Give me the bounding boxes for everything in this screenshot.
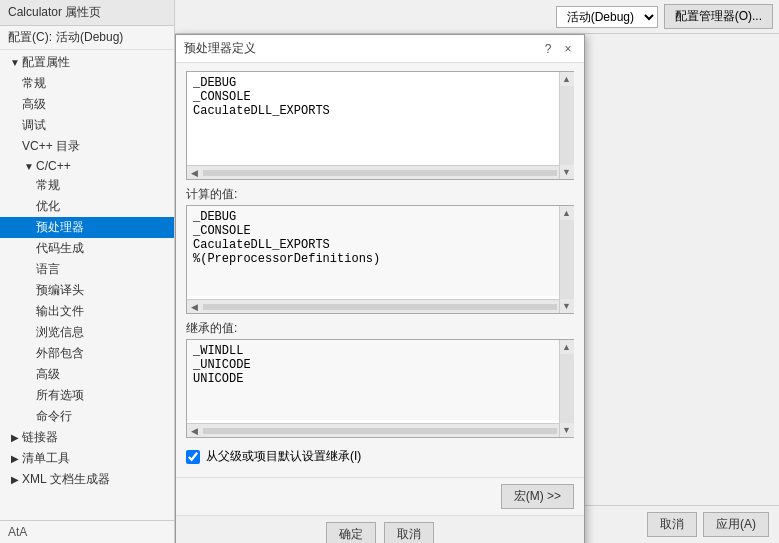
- right-panel: 活动(Debug) 配置管理器(O)... PreprocessorDefini…: [175, 0, 779, 543]
- config-label: 配置(C):: [8, 29, 52, 46]
- hscroll-track: [203, 170, 557, 176]
- inherit-checkbox[interactable]: [186, 450, 200, 464]
- tree-item-cpp-opt[interactable]: 优化: [0, 196, 174, 217]
- section3-textarea-container: _WINDLL _UNICODE UNICODE ▲ ▼ ◀ ▶: [186, 339, 574, 438]
- inherit-checkbox-row: 从父级或项目默认设置继承(I): [186, 444, 574, 469]
- outer-cancel-button[interactable]: 取消: [647, 512, 697, 537]
- s3-scroll-up[interactable]: ▲: [560, 340, 574, 354]
- expand-icon-cpp: ▼: [22, 161, 36, 172]
- s2-scroll-down[interactable]: ▼: [560, 299, 574, 313]
- section2: 计算的值: _DEBUG _CONSOLE CaculateDLL_EXPORT…: [186, 186, 574, 314]
- preprocessor-dialog: 预处理器定义 ? × _DEBUG _CONSOLE CaculateDLL_E…: [175, 34, 585, 543]
- config-bar: 活动(Debug) 配置管理器(O)...: [175, 0, 779, 34]
- tree-item-cpp-precomp[interactable]: 预编译头: [0, 280, 174, 301]
- tree-item-xml[interactable]: ▶ XML 文档生成器: [0, 469, 174, 490]
- tree-item-cpp-general[interactable]: 常规: [0, 175, 174, 196]
- s2-hscroll-left[interactable]: ◀: [187, 300, 201, 314]
- section1-textarea[interactable]: _DEBUG _CONSOLE CaculateDLL_EXPORTS: [187, 72, 573, 162]
- scroll-track: [560, 86, 574, 165]
- tree-item-linker[interactable]: ▶ 链接器: [0, 427, 174, 448]
- dialog-title: 预处理器定义: [184, 40, 256, 57]
- section3: 继承的值: _WINDLL _UNICODE UNICODE ▲ ▼ ◀ ▶: [186, 320, 574, 438]
- tree-item-cpp-cmdline[interactable]: 命令行: [0, 406, 174, 427]
- inherit-label: 从父级或项目默认设置继承(I): [206, 448, 361, 465]
- window-title: Calculator 属性页: [0, 0, 174, 26]
- macro-button[interactable]: 宏(M) >>: [501, 484, 574, 509]
- section1-hscrollbar[interactable]: ◀ ▶: [187, 165, 573, 179]
- tree-item-advanced[interactable]: 高级: [0, 94, 174, 115]
- tree-item-manifest[interactable]: ▶ 清单工具: [0, 448, 174, 469]
- left-panel: Calculator 属性页 配置(C): 活动(Debug) ▼ 配置属性 常…: [0, 0, 175, 543]
- property-tree: ▼ 配置属性 常规 高级 调试 VC++ 目录 ▼ C/C++ 常规 优化 预处…: [0, 50, 174, 520]
- expand-icon-linker: ▶: [8, 432, 22, 443]
- dialog-bottom-right: 宏(M) >>: [501, 484, 574, 509]
- scroll-down-arrow[interactable]: ▼: [560, 165, 574, 179]
- config-row: 配置(C): 活动(Debug): [0, 26, 174, 50]
- s3-scroll-down[interactable]: ▼: [560, 423, 574, 437]
- section3-label: 继承的值:: [186, 320, 574, 337]
- s3-hscroll-track: [203, 428, 557, 434]
- dialog-ok-button[interactable]: 确定: [326, 522, 376, 543]
- dialog-bottom: 宏(M) >>: [176, 477, 584, 515]
- expand-icon-manifest: ▶: [8, 453, 22, 464]
- section1-scrollbar[interactable]: ▲ ▼: [559, 72, 573, 179]
- hscroll-left[interactable]: ◀: [187, 166, 201, 180]
- tree-item-vc-dirs[interactable]: VC++ 目录: [0, 136, 174, 157]
- tree-item-cpp-browse[interactable]: 浏览信息: [0, 322, 174, 343]
- config-select[interactable]: 活动(Debug): [556, 6, 658, 28]
- dialog-ok-cancel: 确定 取消: [176, 515, 584, 543]
- section2-label: 计算的值:: [186, 186, 574, 203]
- tree-item-debug[interactable]: 调试: [0, 115, 174, 136]
- s2-scroll-up[interactable]: ▲: [560, 206, 574, 220]
- expand-icon-xml: ▶: [8, 474, 22, 485]
- tree-item-cpp-output[interactable]: 输出文件: [0, 301, 174, 322]
- s3-hscroll-left[interactable]: ◀: [187, 424, 201, 438]
- scroll-up-arrow[interactable]: ▲: [560, 72, 574, 86]
- dialog-close-button[interactable]: ×: [560, 41, 576, 57]
- manage-config-button[interactable]: 配置管理器(O)...: [664, 4, 773, 29]
- s3-scroll-track: [560, 354, 574, 423]
- tree-item-cpp-all[interactable]: 所有选项: [0, 385, 174, 406]
- expand-icon: ▼: [8, 57, 22, 68]
- s2-scroll-track: [560, 220, 574, 299]
- tree-item-cpp-preproc[interactable]: 预处理器: [0, 217, 174, 238]
- tree-item-cpp-codegen[interactable]: 代码生成: [0, 238, 174, 259]
- config-value: 活动(Debug): [56, 29, 123, 46]
- tree-item-config-props[interactable]: ▼ 配置属性: [0, 52, 174, 73]
- dialog-overlay: PreprocessorDefinitions) 预处理器定义 ? × _DEB…: [175, 34, 779, 505]
- dialog-titlebar: 预处理器定义 ? ×: [176, 35, 584, 63]
- tree-item-cpp-lang[interactable]: 语言: [0, 259, 174, 280]
- dialog-help-button[interactable]: ?: [540, 41, 556, 57]
- section3-textarea[interactable]: _WINDLL _UNICODE UNICODE: [187, 340, 573, 420]
- section2-textarea[interactable]: _DEBUG _CONSOLE CaculateDLL_EXPORTS %(Pr…: [187, 206, 573, 296]
- section1-textarea-container: _DEBUG _CONSOLE CaculateDLL_EXPORTS ▲ ▼ …: [186, 71, 574, 180]
- tree-item-general[interactable]: 常规: [0, 73, 174, 94]
- dialog-controls: ? ×: [540, 41, 576, 57]
- footer-text: AtA: [0, 520, 174, 543]
- section2-hscrollbar[interactable]: ◀ ▶: [187, 299, 573, 313]
- outer-apply-button[interactable]: 应用(A): [703, 512, 769, 537]
- s2-hscroll-track: [203, 304, 557, 310]
- section1: _DEBUG _CONSOLE CaculateDLL_EXPORTS ▲ ▼ …: [186, 71, 574, 180]
- dialog-content: _DEBUG _CONSOLE CaculateDLL_EXPORTS ▲ ▼ …: [176, 63, 584, 477]
- section2-textarea-container: _DEBUG _CONSOLE CaculateDLL_EXPORTS %(Pr…: [186, 205, 574, 314]
- tree-item-cpp[interactable]: ▼ C/C++: [0, 157, 174, 175]
- section3-scrollbar[interactable]: ▲ ▼: [559, 340, 573, 437]
- tree-item-cpp-extern[interactable]: 外部包含: [0, 343, 174, 364]
- section3-hscrollbar[interactable]: ◀ ▶: [187, 423, 573, 437]
- section2-scrollbar[interactable]: ▲ ▼: [559, 206, 573, 313]
- dialog-cancel-button[interactable]: 取消: [384, 522, 434, 543]
- tree-item-cpp-adv[interactable]: 高级: [0, 364, 174, 385]
